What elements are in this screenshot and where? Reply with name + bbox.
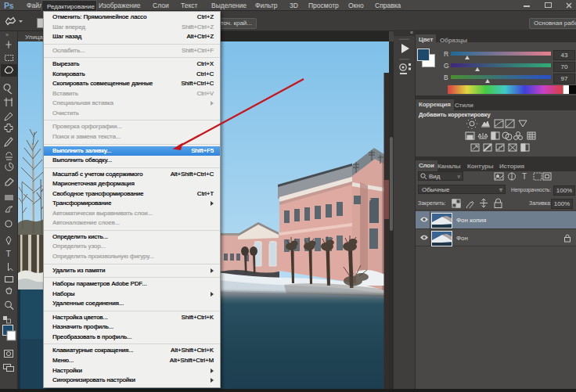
svg-text:»: » xyxy=(5,32,9,38)
svg-text:T: T xyxy=(6,249,12,258)
svg-text:T: T xyxy=(522,172,527,181)
